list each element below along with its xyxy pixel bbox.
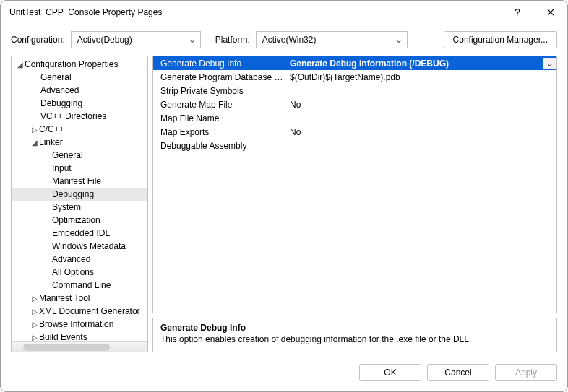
window-title: UnitTest_CPP_Console Property Pages	[9, 7, 501, 17]
apply-button[interactable]: Apply	[495, 364, 557, 381]
tree-node-linker-advanced[interactable]: Advanced	[12, 253, 147, 266]
tree-label: Embedded IDL	[52, 228, 110, 238]
description-title: Generate Debug Info	[160, 323, 549, 333]
tree-node-vcpp-directories[interactable]: VC++ Directories	[12, 110, 147, 123]
tree-label: Input	[52, 163, 72, 173]
tree-label: Advanced	[52, 254, 90, 264]
tree-node-linker-command-line[interactable]: Command Line	[12, 279, 147, 292]
titlebar: UnitTest_CPP_Console Property Pages ?	[1, 1, 567, 24]
expander-closed-icon[interactable]: ▷	[30, 321, 39, 328]
main-area: ◢Configuration Properties General Advanc…	[1, 56, 567, 360]
property-value[interactable]: $(OutDir)$(TargetName).pdb	[287, 72, 556, 82]
property-name: Strip Private Symbols	[153, 86, 287, 96]
tree-node-linker-debugging[interactable]: Debugging	[12, 188, 147, 201]
help-button[interactable]: ?	[501, 1, 534, 24]
tree-node-debugging[interactable]: Debugging	[12, 97, 147, 110]
expander-open-icon[interactable]: ◢	[16, 61, 25, 69]
tree-node-manifest-tool[interactable]: ▷Manifest Tool	[12, 292, 147, 305]
tree-node-ccpp[interactable]: ▷C/C++	[12, 123, 147, 136]
chevron-down-icon: ⌄	[395, 35, 403, 45]
tree-label: Debugging	[52, 189, 94, 199]
description-text: This option enables creation of debuggin…	[160, 334, 549, 344]
property-row[interactable]: Map ExportsNo	[153, 125, 556, 139]
tree-label: Advanced	[40, 85, 79, 95]
tree-label: Debugging	[40, 98, 82, 108]
tree-label: Windows Metadata	[52, 241, 126, 251]
tree-node-general[interactable]: General	[12, 71, 147, 84]
property-name: Generate Map File	[153, 100, 287, 110]
platform-label: Platform:	[215, 35, 250, 45]
configuration-value: Active(Debug)	[77, 35, 132, 45]
property-row[interactable]: Strip Private Symbols	[153, 84, 556, 97]
close-button[interactable]	[534, 1, 567, 24]
tree-node-xml-doc[interactable]: ▷XML Document Generator	[12, 305, 147, 318]
tree-node-linker-system[interactable]: System	[12, 201, 147, 214]
tree-label: VC++ Directories	[40, 111, 106, 121]
tree-label: General	[40, 72, 72, 82]
scrollbar-thumb[interactable]	[23, 344, 110, 351]
tree-node-build-events[interactable]: ▷Build Events	[12, 331, 147, 341]
tree-label: Build Events	[39, 332, 87, 341]
property-grid: Generate Debug InfoGenerate Debug Inform…	[152, 56, 557, 313]
property-name: Map Exports	[153, 127, 287, 137]
property-name: Debuggable Assembly	[153, 141, 287, 151]
chevron-down-icon[interactable]: ⌄	[543, 58, 556, 69]
tree-horizontal-scrollbar[interactable]	[12, 341, 147, 352]
tree-label: Browse Information	[39, 319, 113, 329]
config-toolbar: Configuration: Active(Debug) ⌄ Platform:…	[1, 24, 567, 56]
tree-label: All Options	[52, 267, 94, 277]
property-name: Generate Program Database File	[153, 72, 287, 82]
tree-node-linker-windows-metadata[interactable]: Windows Metadata	[12, 240, 147, 253]
tree-node-linker-manifest[interactable]: Manifest File	[12, 175, 147, 188]
footer: OK Cancel Apply	[1, 360, 567, 391]
tree-label: System	[52, 202, 81, 212]
right-panel: Generate Debug InfoGenerate Debug Inform…	[152, 56, 557, 352]
property-value[interactable]: Generate Debug Information (/DEBUG)	[287, 58, 543, 69]
ok-button[interactable]: OK	[359, 364, 421, 381]
tree-node-linker-general[interactable]: General	[12, 149, 147, 162]
tree-label: Linker	[39, 137, 63, 147]
property-value[interactable]: No	[287, 100, 556, 110]
property-row[interactable]: Map File Name	[153, 111, 556, 125]
platform-value: Active(Win32)	[262, 35, 317, 45]
expander-closed-icon[interactable]: ▷	[30, 295, 39, 302]
description-panel: Generate Debug Info This option enables …	[152, 318, 557, 352]
tree-node-linker-input[interactable]: Input	[12, 162, 147, 175]
property-row[interactable]: Generate Debug InfoGenerate Debug Inform…	[153, 56, 556, 70]
expander-open-icon[interactable]: ◢	[30, 139, 39, 147]
tree-label: C/C++	[39, 124, 64, 134]
tree[interactable]: ◢Configuration Properties General Advanc…	[12, 56, 147, 341]
tree-node-linker[interactable]: ◢Linker	[12, 136, 147, 149]
chevron-down-icon: ⌄	[189, 35, 196, 45]
tree-label: Configuration Properties	[25, 59, 118, 69]
platform-combo[interactable]: Active(Win32) ⌄	[256, 31, 408, 48]
property-row[interactable]: Generate Program Database File$(OutDir)$…	[153, 70, 556, 84]
tree-node-advanced[interactable]: Advanced	[12, 84, 147, 97]
configuration-combo[interactable]: Active(Debug) ⌄	[71, 31, 201, 48]
tree-node-browse-info[interactable]: ▷Browse Information	[12, 318, 147, 331]
tree-label: Manifest Tool	[39, 293, 90, 303]
tree-label: Optimization	[52, 215, 100, 225]
tree-node-linker-all-options[interactable]: All Options	[12, 266, 147, 279]
close-icon	[547, 9, 554, 16]
tree-node-linker-optimization[interactable]: Optimization	[12, 214, 147, 227]
property-name: Generate Debug Info	[153, 58, 287, 69]
tree-label: General	[52, 150, 83, 160]
tree-label: XML Document Generator	[39, 306, 140, 316]
tree-label: Manifest File	[52, 176, 101, 186]
expander-closed-icon[interactable]: ▷	[30, 308, 39, 315]
cancel-button[interactable]: Cancel	[427, 364, 489, 381]
property-row[interactable]: Debuggable Assembly	[153, 139, 556, 152]
titlebar-buttons: ?	[501, 1, 567, 24]
property-value[interactable]: No	[287, 127, 556, 137]
tree-panel: ◢Configuration Properties General Advanc…	[11, 56, 148, 352]
configuration-label: Configuration:	[11, 35, 65, 45]
tree-node-root[interactable]: ◢Configuration Properties	[12, 58, 147, 71]
property-name: Map File Name	[153, 113, 287, 123]
configuration-manager-button[interactable]: Configuration Manager...	[444, 31, 557, 48]
property-row[interactable]: Generate Map FileNo	[153, 97, 556, 111]
expander-closed-icon[interactable]: ▷	[30, 334, 39, 341]
tree-node-linker-embedded-idl[interactable]: Embedded IDL	[12, 227, 147, 240]
tree-label: Command Line	[52, 280, 111, 290]
expander-closed-icon[interactable]: ▷	[30, 126, 39, 134]
